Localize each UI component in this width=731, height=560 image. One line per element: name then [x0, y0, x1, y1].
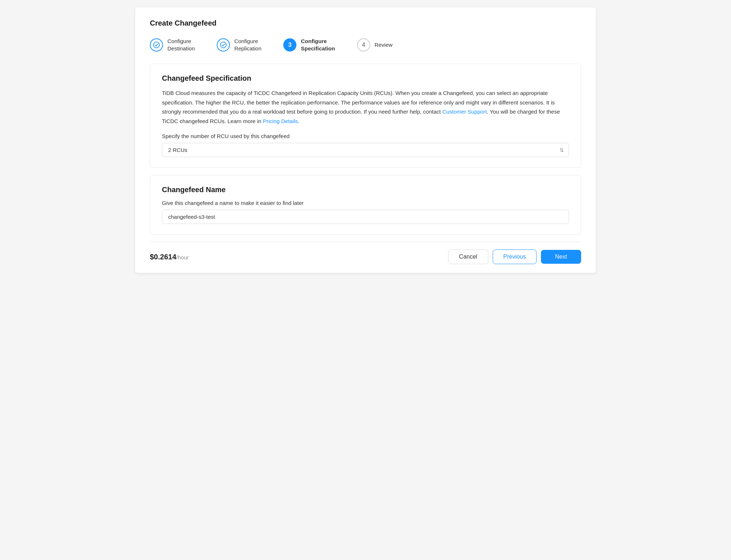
step-label-2: Configure Replication [234, 38, 261, 52]
step-circle-2 [217, 38, 230, 52]
price-value: $0.2614 [150, 253, 176, 261]
checkmark-icon-1 [153, 42, 160, 48]
specification-description: TiDB Cloud measures the capacity of TiCD… [162, 88, 569, 126]
footer-buttons: Cancel Previous Next [448, 249, 581, 264]
step-label-1: Configure Destination [167, 38, 195, 52]
changefeed-name-input[interactable] [162, 210, 569, 224]
specification-title: Changefeed Specification [162, 74, 569, 83]
step-label-4: Review [375, 41, 393, 49]
rcu-select[interactable]: 2 RCUs 4 RCUs 8 RCUs 16 RCUs [162, 143, 569, 157]
name-title: Changefeed Name [162, 186, 569, 194]
name-section: Changefeed Name Give this changefeed a n… [150, 175, 581, 235]
svg-point-0 [154, 42, 159, 47]
step-circle-1 [150, 38, 163, 52]
step-circle-4: 4 [357, 38, 370, 52]
step-review: 4 Review [357, 38, 393, 52]
name-field-label: Give this changefeed a name to make it e… [162, 200, 569, 206]
page-title: Create Changefeed [150, 19, 581, 27]
stepper: Configure Destination Configure Replicat… [150, 38, 581, 52]
page-container: Create Changefeed Configure Destination [135, 7, 596, 273]
step-configure-destination: Configure Destination [150, 38, 195, 52]
pricing-details-link[interactable]: Pricing Details [263, 118, 298, 124]
rcu-field-label: Specify the number of RCU used by this c… [162, 133, 569, 139]
per-hour-label: /hour [176, 254, 189, 260]
checkmark-icon-2 [220, 42, 227, 48]
next-button[interactable]: Next [541, 250, 581, 264]
svg-point-1 [220, 42, 226, 47]
footer: $0.2614/hour Cancel Previous Next [150, 242, 581, 273]
specification-section: Changefeed Specification TiDB Cloud meas… [150, 64, 581, 168]
step-configure-replication: Configure Replication [217, 38, 261, 52]
cancel-button[interactable]: Cancel [448, 249, 488, 264]
price-display: $0.2614/hour [150, 253, 189, 261]
previous-button[interactable]: Previous [493, 249, 537, 264]
step-circle-3: 3 [283, 38, 296, 52]
customer-support-link[interactable]: Customer Support [442, 108, 487, 115]
step-label-3: Configure Specification [301, 38, 335, 52]
rcu-select-wrapper: 2 RCUs 4 RCUs 8 RCUs 16 RCUs ⇅ [162, 143, 569, 157]
step-configure-specification: 3 Configure Specification [283, 38, 335, 52]
